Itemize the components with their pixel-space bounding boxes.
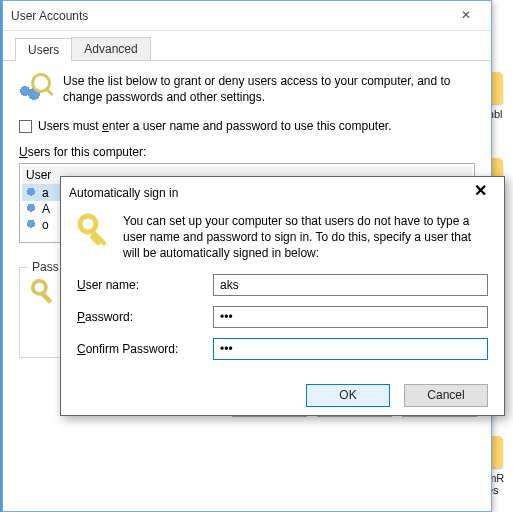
key-icon (30, 278, 60, 308)
intro-text: Use the list below to grant or deny user… (63, 73, 475, 105)
close-icon[interactable]: ✕ (449, 4, 483, 28)
password-input[interactable] (213, 306, 488, 328)
user-icon (24, 202, 38, 216)
window-title: User Accounts (11, 9, 449, 23)
user-icon (24, 186, 38, 200)
checkbox-icon (19, 120, 32, 133)
tabs: Users Advanced (3, 31, 491, 61)
password-label: Password: (77, 310, 213, 324)
checkbox-label: Users must enter a user name and passwor… (38, 119, 392, 133)
auto-signin-dialog: Automatically sign in ✕ You can set up y… (60, 176, 505, 416)
users-icon (19, 73, 51, 105)
confirm-password-input[interactable] (213, 338, 488, 360)
dialog-text: You can set up your computer so that use… (123, 213, 488, 262)
close-icon[interactable]: ✕ (464, 181, 496, 205)
ok-button[interactable]: OK (306, 384, 390, 407)
tab-advanced[interactable]: Advanced (71, 37, 150, 60)
titlebar[interactable]: User Accounts ✕ (3, 1, 491, 31)
key-icon (77, 213, 109, 253)
tab-users[interactable]: Users (15, 38, 72, 61)
group-label: Pass (28, 260, 63, 274)
dialog-title: Automatically sign in (69, 186, 464, 200)
username-label: User name: (77, 278, 213, 292)
titlebar[interactable]: Automatically sign in ✕ (61, 177, 504, 209)
users-list-label: Users for this computer: (19, 145, 475, 159)
require-login-checkbox[interactable]: Users must enter a user name and passwor… (19, 119, 475, 133)
user-icon (24, 218, 38, 232)
svg-rect-1 (40, 292, 53, 305)
username-input[interactable] (213, 274, 488, 296)
dialog-buttons: OK Cancel (61, 380, 504, 417)
confirm-password-label: Confirm Password: (77, 342, 213, 356)
cancel-button[interactable]: Cancel (404, 384, 488, 407)
